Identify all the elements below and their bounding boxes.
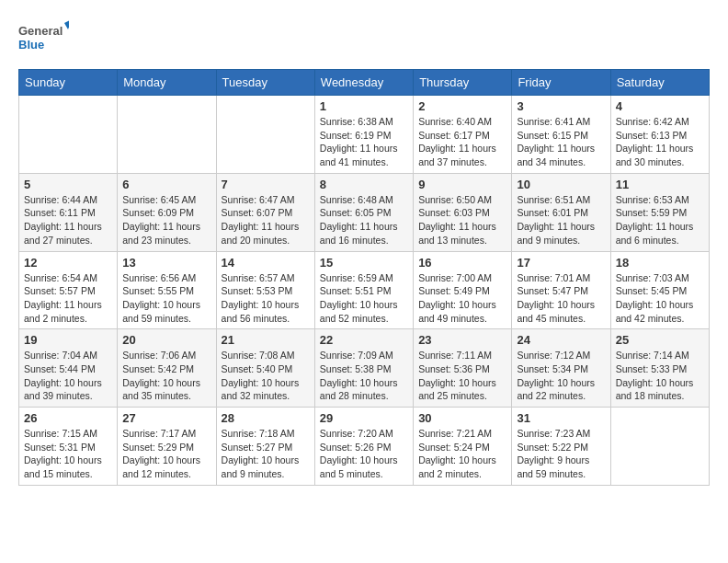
day-info: Sunrise: 7:01 AM Sunset: 5:47 PM Dayligh… xyxy=(517,271,605,326)
day-info: Sunrise: 7:09 AM Sunset: 5:38 PM Dayligh… xyxy=(320,349,408,403)
calendar-cell: 19Sunrise: 7:04 AM Sunset: 5:44 PM Dayli… xyxy=(19,329,118,408)
day-of-week-header: Wednesday xyxy=(314,70,413,96)
calendar-cell: 11Sunrise: 6:53 AM Sunset: 5:59 PM Dayli… xyxy=(610,173,709,251)
day-number: 18 xyxy=(616,256,704,270)
day-number: 16 xyxy=(418,256,506,270)
day-number: 13 xyxy=(122,256,210,270)
day-number: 24 xyxy=(517,333,605,347)
day-info: Sunrise: 7:03 AM Sunset: 5:45 PM Dayligh… xyxy=(616,271,704,326)
day-number: 1 xyxy=(320,99,408,113)
day-info: Sunrise: 6:45 AM Sunset: 6:09 PM Dayligh… xyxy=(122,193,210,247)
calendar-week-row: 19Sunrise: 7:04 AM Sunset: 5:44 PM Dayli… xyxy=(19,329,710,408)
day-info: Sunrise: 7:11 AM Sunset: 5:36 PM Dayligh… xyxy=(418,349,506,403)
day-info: Sunrise: 7:18 AM Sunset: 5:27 PM Dayligh… xyxy=(222,427,310,481)
svg-marker-2 xyxy=(64,19,69,29)
day-info: Sunrise: 7:21 AM Sunset: 5:24 PM Dayligh… xyxy=(418,427,506,481)
day-number: 17 xyxy=(517,256,605,270)
day-number: 11 xyxy=(616,178,704,191)
day-number: 14 xyxy=(222,256,310,270)
calendar-cell: 26Sunrise: 7:15 AM Sunset: 5:31 PM Dayli… xyxy=(19,408,118,486)
day-info: Sunrise: 7:23 AM Sunset: 5:22 PM Dayligh… xyxy=(517,427,605,481)
calendar: SundayMondayTuesdayWednesdayThursdayFrid… xyxy=(18,69,710,486)
calendar-cell: 25Sunrise: 7:14 AM Sunset: 5:33 PM Dayli… xyxy=(610,329,709,408)
calendar-cell: 9Sunrise: 6:50 AM Sunset: 6:03 PM Daylig… xyxy=(414,173,512,251)
day-info: Sunrise: 7:20 AM Sunset: 5:26 PM Dayligh… xyxy=(320,427,408,481)
day-info: Sunrise: 6:38 AM Sunset: 6:19 PM Dayligh… xyxy=(320,115,408,169)
day-of-week-header: Monday xyxy=(118,70,216,96)
calendar-cell: 7Sunrise: 6:47 AM Sunset: 6:07 PM Daylig… xyxy=(216,173,314,251)
calendar-cell: 29Sunrise: 7:20 AM Sunset: 5:26 PM Dayli… xyxy=(314,408,413,486)
calendar-cell: 16Sunrise: 7:00 AM Sunset: 5:49 PM Dayli… xyxy=(414,251,512,329)
day-info: Sunrise: 7:00 AM Sunset: 5:49 PM Dayligh… xyxy=(418,271,506,326)
day-info: Sunrise: 6:41 AM Sunset: 6:15 PM Dayligh… xyxy=(517,115,605,169)
day-info: Sunrise: 6:47 AM Sunset: 6:07 PM Dayligh… xyxy=(222,193,310,247)
calendar-week-row: 5Sunrise: 6:44 AM Sunset: 6:11 PM Daylig… xyxy=(19,173,710,251)
day-of-week-header: Sunday xyxy=(19,70,118,96)
header: General Blue xyxy=(18,18,710,60)
calendar-cell: 1Sunrise: 6:38 AM Sunset: 6:19 PM Daylig… xyxy=(314,96,413,174)
day-number: 8 xyxy=(320,178,408,191)
day-number: 7 xyxy=(222,178,310,191)
day-info: Sunrise: 6:54 AM Sunset: 5:57 PM Dayligh… xyxy=(24,271,112,326)
calendar-week-row: 26Sunrise: 7:15 AM Sunset: 5:31 PM Dayli… xyxy=(19,408,710,486)
day-number: 26 xyxy=(24,411,112,425)
day-number: 31 xyxy=(517,411,605,425)
calendar-cell: 31Sunrise: 7:23 AM Sunset: 5:22 PM Dayli… xyxy=(512,408,610,486)
day-number: 6 xyxy=(122,178,210,191)
day-number: 23 xyxy=(418,333,506,347)
calendar-cell: 28Sunrise: 7:18 AM Sunset: 5:27 PM Dayli… xyxy=(216,408,314,486)
calendar-week-row: 12Sunrise: 6:54 AM Sunset: 5:57 PM Dayli… xyxy=(19,251,710,329)
day-info: Sunrise: 6:57 AM Sunset: 5:53 PM Dayligh… xyxy=(222,271,310,326)
day-number: 22 xyxy=(320,333,408,347)
calendar-cell: 17Sunrise: 7:01 AM Sunset: 5:47 PM Dayli… xyxy=(512,251,610,329)
day-number: 21 xyxy=(222,333,310,347)
day-info: Sunrise: 7:12 AM Sunset: 5:34 PM Dayligh… xyxy=(517,349,605,403)
calendar-cell: 15Sunrise: 6:59 AM Sunset: 5:51 PM Dayli… xyxy=(314,251,413,329)
day-number: 27 xyxy=(122,411,210,425)
calendar-cell: 5Sunrise: 6:44 AM Sunset: 6:11 PM Daylig… xyxy=(19,173,118,251)
calendar-cell: 8Sunrise: 6:48 AM Sunset: 6:05 PM Daylig… xyxy=(314,173,413,251)
day-number: 4 xyxy=(616,99,704,113)
calendar-cell: 10Sunrise: 6:51 AM Sunset: 6:01 PM Dayli… xyxy=(512,173,610,251)
day-info: Sunrise: 6:48 AM Sunset: 6:05 PM Dayligh… xyxy=(320,193,408,247)
day-info: Sunrise: 6:42 AM Sunset: 6:13 PM Dayligh… xyxy=(616,115,704,169)
day-number: 3 xyxy=(517,99,605,113)
day-info: Sunrise: 7:04 AM Sunset: 5:44 PM Dayligh… xyxy=(24,349,112,403)
calendar-week-row: 1Sunrise: 6:38 AM Sunset: 6:19 PM Daylig… xyxy=(19,96,710,174)
page: General Blue SundayMondayTuesdayWednesda… xyxy=(0,0,728,495)
day-number: 10 xyxy=(517,178,605,191)
day-number: 12 xyxy=(24,256,112,270)
day-info: Sunrise: 7:06 AM Sunset: 5:42 PM Dayligh… xyxy=(122,349,210,403)
day-number: 29 xyxy=(320,411,408,425)
day-number: 25 xyxy=(616,333,704,347)
day-number: 5 xyxy=(24,178,112,191)
day-info: Sunrise: 6:40 AM Sunset: 6:17 PM Dayligh… xyxy=(418,115,506,169)
day-info: Sunrise: 6:59 AM Sunset: 5:51 PM Dayligh… xyxy=(320,271,408,326)
day-number: 19 xyxy=(24,333,112,347)
day-of-week-header: Thursday xyxy=(414,70,512,96)
day-number: 9 xyxy=(418,178,506,191)
logo-svg: General Blue xyxy=(18,18,69,60)
day-info: Sunrise: 7:17 AM Sunset: 5:29 PM Dayligh… xyxy=(122,427,210,481)
calendar-cell: 6Sunrise: 6:45 AM Sunset: 6:09 PM Daylig… xyxy=(118,173,216,251)
day-info: Sunrise: 7:08 AM Sunset: 5:40 PM Dayligh… xyxy=(222,349,310,403)
day-info: Sunrise: 6:56 AM Sunset: 5:55 PM Dayligh… xyxy=(122,271,210,326)
day-info: Sunrise: 7:15 AM Sunset: 5:31 PM Dayligh… xyxy=(24,427,112,481)
calendar-cell xyxy=(19,96,118,174)
day-number: 15 xyxy=(320,256,408,270)
day-info: Sunrise: 6:44 AM Sunset: 6:11 PM Dayligh… xyxy=(24,193,112,247)
calendar-cell: 22Sunrise: 7:09 AM Sunset: 5:38 PM Dayli… xyxy=(314,329,413,408)
day-of-week-header: Friday xyxy=(512,70,610,96)
calendar-cell: 12Sunrise: 6:54 AM Sunset: 5:57 PM Dayli… xyxy=(19,251,118,329)
day-number: 2 xyxy=(418,99,506,113)
calendar-cell: 21Sunrise: 7:08 AM Sunset: 5:40 PM Dayli… xyxy=(216,329,314,408)
calendar-cell: 3Sunrise: 6:41 AM Sunset: 6:15 PM Daylig… xyxy=(512,96,610,174)
svg-text:General: General xyxy=(18,24,63,38)
day-of-week-header: Saturday xyxy=(610,70,709,96)
calendar-cell xyxy=(216,96,314,174)
logo: General Blue xyxy=(18,18,69,60)
day-number: 20 xyxy=(122,333,210,347)
calendar-cell: 13Sunrise: 6:56 AM Sunset: 5:55 PM Dayli… xyxy=(118,251,216,329)
svg-text:Blue: Blue xyxy=(18,38,44,52)
calendar-cell: 14Sunrise: 6:57 AM Sunset: 5:53 PM Dayli… xyxy=(216,251,314,329)
